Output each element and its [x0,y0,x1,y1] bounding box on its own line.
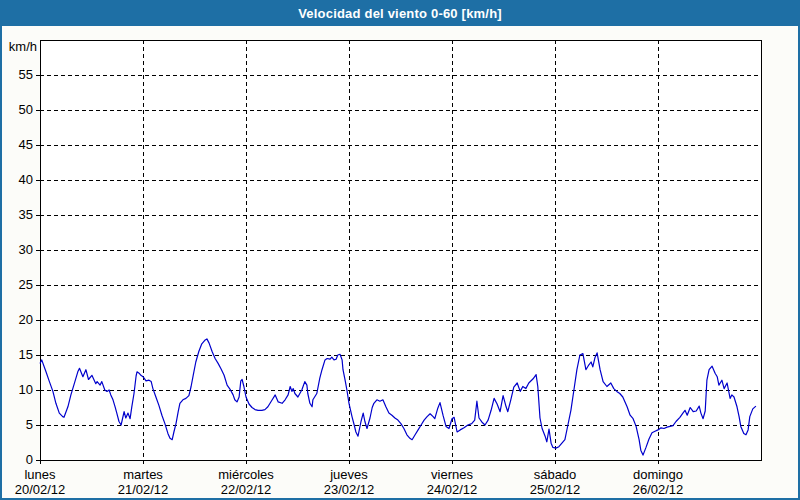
y-tick-label: 50 [19,102,33,117]
x-day-name-label: viernes [431,467,473,482]
x-day-name-label: sábado [534,467,577,482]
y-tick-label: 15 [19,347,33,362]
y-tick-label: 40 [19,172,33,187]
x-day-date-label: 26/02/12 [633,482,684,497]
x-day-name-label: jueves [329,467,368,482]
x-day-date-label: 24/02/12 [427,482,478,497]
y-tick-label: 30 [19,242,33,257]
x-day-name-label: miércoles [218,467,274,482]
x-day-date-label: 21/02/12 [118,482,169,497]
x-day-name-label: martes [123,467,163,482]
x-day-name-label: lunes [24,467,56,482]
x-day-date-label: 25/02/12 [530,482,581,497]
y-tick-label: 5 [26,417,33,432]
y-tick-label: 20 [19,312,33,327]
wind-speed-chart: 0510152025303540455055km/hlunes20/02/12m… [0,0,800,500]
x-day-date-label: 20/02/12 [15,482,66,497]
y-tick-label: 0 [26,452,33,467]
x-day-date-label: 23/02/12 [324,482,375,497]
y-tick-label: 10 [19,382,33,397]
y-tick-label: 55 [19,67,33,82]
chart-title-bar: Velocidad del viento 0-60 [km/h] [0,0,800,26]
y-axis-unit-label: km/h [9,39,37,54]
y-tick-label: 25 [19,277,33,292]
chart-window: Velocidad del viento 0-60 [km/h] 0510152… [0,0,800,500]
y-tick-label: 35 [19,207,33,222]
x-day-date-label: 22/02/12 [221,482,272,497]
y-tick-label: 45 [19,137,33,152]
x-day-name-label: domingo [633,467,683,482]
chart-title: Velocidad del viento 0-60 [km/h] [298,6,502,21]
